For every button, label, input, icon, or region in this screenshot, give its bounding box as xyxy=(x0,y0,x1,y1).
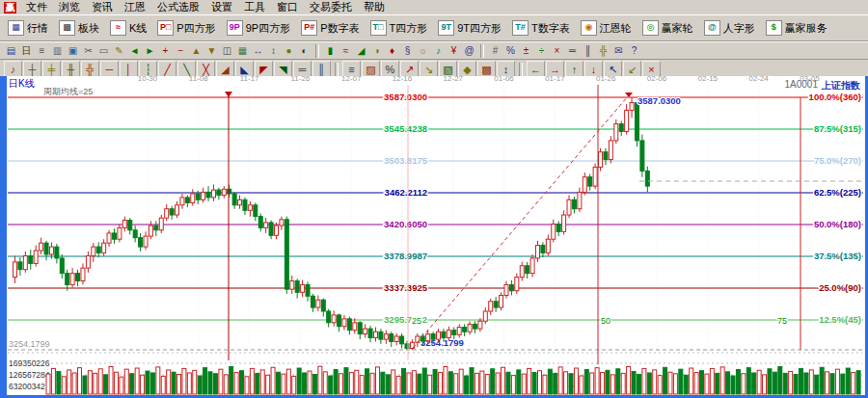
save-icon[interactable]: ▣ xyxy=(66,44,80,58)
toolbar-button-p-square[interactable]: P□P四方形 xyxy=(152,17,220,39)
at-icon[interactable]: @ xyxy=(462,44,476,58)
volume-bar xyxy=(444,367,448,395)
prev-icon[interactable]: ◄ xyxy=(127,44,142,58)
menu-item-formula-pick[interactable]: 公式选股 xyxy=(151,0,205,14)
toolbar-button-winner-service[interactable]: $赢家服务 xyxy=(761,17,832,39)
hash-icon[interactable]: # xyxy=(488,44,502,58)
volume-bar xyxy=(282,374,285,394)
toolbar-button-t-digits[interactable]: T#T数字表 xyxy=(507,17,575,39)
pie-icon[interactable]: ◑ xyxy=(369,44,384,58)
h-expand-icon[interactable]: ↔ xyxy=(251,44,265,58)
candle xyxy=(165,209,169,218)
candle xyxy=(149,226,152,236)
winner-service-label: 赢家服务 xyxy=(785,21,827,36)
candle xyxy=(269,223,273,235)
candle xyxy=(321,300,325,311)
triangle-icon[interactable]: ◢ xyxy=(354,44,368,58)
candle xyxy=(285,220,288,289)
9t-square-label: 9T四方形 xyxy=(457,21,502,36)
dot-icon[interactable]: ● xyxy=(282,44,296,58)
candle xyxy=(614,124,618,141)
toolbar-button-v-shape[interactable]: @人字形 xyxy=(699,17,760,39)
volume-bar xyxy=(334,370,338,394)
dbl-line-icon[interactable]: ═ xyxy=(565,44,580,58)
toolbar-button-p-digits[interactable]: P#P数字表 xyxy=(296,17,364,39)
diamond-icon[interactable]: ♦ xyxy=(385,44,399,58)
scroll-down-icon[interactable]: ▼ xyxy=(204,44,219,58)
sectors-icon: ▩ xyxy=(59,20,75,36)
volume-bar xyxy=(496,373,500,394)
candle xyxy=(23,256,27,270)
vol-bars-icon[interactable]: ▮ xyxy=(323,44,338,58)
section-icon[interactable]: § xyxy=(400,44,415,58)
menu-item-trade[interactable]: 交易委托 xyxy=(304,0,358,14)
menu-item-window[interactable]: 窗口 xyxy=(271,0,304,14)
volume-bar xyxy=(72,373,76,394)
zoom-out-icon[interactable]: − xyxy=(174,44,188,58)
next-icon[interactable]: ► xyxy=(143,44,157,58)
wave-icon[interactable]: ≈ xyxy=(339,44,353,58)
date-tick-label: 02-15 xyxy=(698,76,719,83)
toolbar-button-9t-square[interactable]: 9T9T四方形 xyxy=(433,17,506,39)
menu-bar: 赢 文件浏览资讯江恩公式选股设置工具窗口交易委托帮助 xyxy=(0,0,868,14)
mail-icon[interactable]: ✉ xyxy=(611,44,626,58)
copy-icon[interactable]: ▭ xyxy=(96,44,111,58)
volume-bar xyxy=(517,370,521,394)
menu-item-help[interactable]: 帮助 xyxy=(358,0,391,14)
toolbar-button-quotes[interactable]: ▦行情 xyxy=(3,17,53,39)
volume-bar xyxy=(448,372,452,394)
candle xyxy=(556,224,560,231)
list-icon[interactable]: ≡ xyxy=(35,44,49,58)
candle xyxy=(452,331,456,335)
day-period-icon[interactable]: 日 xyxy=(19,44,34,58)
percent-icon[interactable]: % xyxy=(503,44,518,58)
period-tab-daily[interactable]: 日K线 xyxy=(9,77,35,91)
candle xyxy=(159,218,163,230)
menu-item-news[interactable]: 资讯 xyxy=(86,0,119,14)
v-expand-icon[interactable]: ↕ xyxy=(266,44,281,58)
toolbar-button-sectors[interactable]: ▩板块 xyxy=(54,17,104,39)
volume-bar xyxy=(234,373,238,394)
yuan-icon[interactable]: ¥ xyxy=(447,44,461,58)
sun-icon[interactable]: ☼ xyxy=(416,44,430,58)
kline-chart-canvas[interactable]: 10-3011-0811-1711-2612-0712-1612-2701-06… xyxy=(7,76,865,396)
v-dbl-icon[interactable]: ║ xyxy=(581,44,595,58)
candle xyxy=(457,328,461,335)
cross-dbl-icon[interactable]: ╬ xyxy=(596,44,610,58)
toolbar-button-kline[interactable]: ≈K线 xyxy=(105,17,151,39)
query-icon[interactable]: ? xyxy=(627,44,641,58)
candle xyxy=(473,324,476,329)
half-icon[interactable]: ◐ xyxy=(297,44,312,58)
toolbar-button-gann-wheel[interactable]: ◉江恩轮 xyxy=(576,17,637,39)
toolbar-button-t-square[interactable]: T□T四方形 xyxy=(366,17,433,39)
edit-icon[interactable]: ✎ xyxy=(112,44,126,58)
candle xyxy=(353,323,357,331)
volume-bar xyxy=(57,371,61,394)
note-icon[interactable]: ♪ xyxy=(431,44,446,58)
overlay-icon[interactable]: ◫ xyxy=(220,44,234,58)
toolbar-button-winner-wheel[interactable]: ◎赢家轮 xyxy=(637,17,698,39)
menu-item-tools[interactable]: 工具 xyxy=(238,0,271,14)
toolbar-button-9p-square[interactable]: 9P9P四方形 xyxy=(222,17,295,39)
menu-item-settings[interactable]: 设置 xyxy=(205,0,238,14)
menu-item-file[interactable]: 文件 xyxy=(20,0,53,14)
winner-wheel-icon: ◎ xyxy=(642,20,659,36)
plusminus-icon[interactable]: ± xyxy=(519,44,533,58)
volume-bar xyxy=(694,373,698,394)
volume-bar xyxy=(135,368,139,394)
peak-marker xyxy=(625,93,633,97)
cut-icon[interactable]: ✂ xyxy=(81,44,95,58)
candle xyxy=(578,192,582,208)
candle xyxy=(107,233,111,243)
menu-item-browse[interactable]: 浏览 xyxy=(53,0,86,14)
scroll-up-icon[interactable]: ▲ xyxy=(189,44,203,58)
zoom-in-icon[interactable]: + xyxy=(158,44,173,58)
trend-line[interactable] xyxy=(413,96,628,348)
print-icon[interactable]: ▥ xyxy=(50,44,65,58)
menu-item-gann[interactable]: 江恩 xyxy=(119,0,151,14)
volume-bar xyxy=(746,368,750,394)
multiply-icon[interactable]: × xyxy=(550,44,564,58)
grid-icon[interactable]: ▦ xyxy=(235,44,250,58)
board-icon[interactable]: ▤ xyxy=(4,44,18,58)
divide-icon[interactable]: ÷ xyxy=(534,44,549,58)
